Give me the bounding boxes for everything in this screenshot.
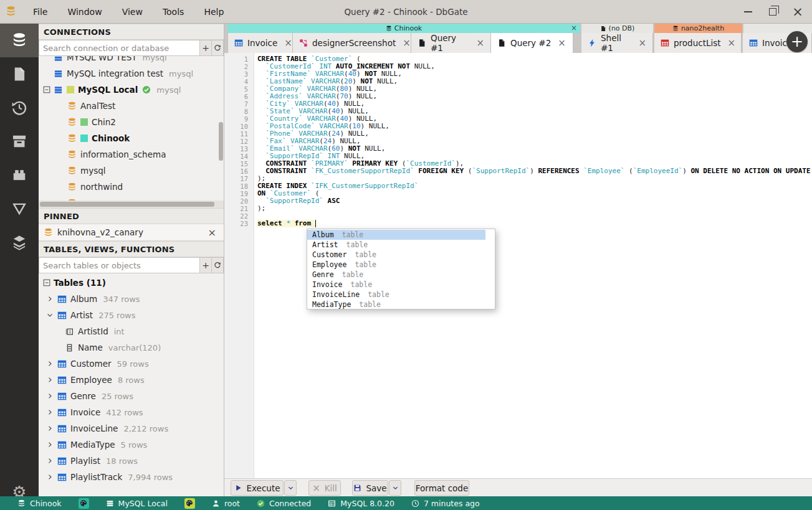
add-connection-button[interactable]: + [200,40,212,56]
color-chip [67,86,74,93]
connection-item-chin2[interactable]: Chin2 [39,114,224,130]
autocomplete-item-Employee[interactable]: Employeetable [307,260,485,270]
format-code-button[interactable]: Format code [414,480,469,496]
close-icon[interactable]: × [638,37,646,49]
connection-item-analtest[interactable]: AnalTest [39,98,224,114]
svg-text:1: 1 [69,329,71,334]
statusbar-7-minutes-ago[interactable]: 7 minutes ago [411,499,480,508]
chevron-right-icon [46,457,54,465]
tables-root[interactable]: Tables (11) [39,275,224,291]
designer-icon [299,39,308,47]
save-dropdown-button[interactable] [389,480,401,496]
execute-button[interactable]: Execute [231,480,284,496]
menu-window[interactable]: Window [60,4,109,19]
statusbar-theme-chip[interactable] [184,498,195,509]
rail-item-plugin[interactable] [0,158,39,192]
refresh-connections-button[interactable] [212,40,224,56]
rail-item-archive[interactable] [0,125,39,158]
autocomplete-item-Album[interactable]: Albumtable [307,230,485,240]
color-chip [80,135,88,142]
close-icon[interactable]: × [284,37,292,49]
add-object-button[interactable]: + [200,257,212,273]
execute-dropdown-button[interactable] [284,480,297,496]
connection-item-information-schema[interactable]: information_schema [39,146,224,163]
menu-help[interactable]: Help [196,4,231,19]
close-icon[interactable]: × [558,37,566,49]
chevron-down-icon [46,311,54,319]
statusbar-root[interactable]: root [212,499,240,508]
statusbar-connected[interactable]: Connected [257,499,311,508]
tab-shell-1[interactable]: Shell #1× [581,33,653,53]
connections-horizontal-scrollbar[interactable] [39,201,224,208]
tab-query-2[interactable]: Query #2× [491,33,573,53]
table-item-Album[interactable]: Album347 rows [39,291,224,307]
autocomplete-item-Invoice[interactable]: Invoicetable [307,280,485,290]
autocomplete-item-Genre[interactable]: Genretable [307,270,485,280]
table-item-Playlist[interactable]: Playlist18 rows [39,453,224,469]
column-item-ArtistId[interactable]: 1ArtistIdint [39,323,224,339]
autocomplete-item-MediaType[interactable]: MediaTypetable [307,300,485,309]
statusbar-mysql-8-0-20[interactable]: MySQL 8.0.20 [328,499,394,508]
rail-item-history[interactable] [0,91,39,125]
tab-productlist[interactable]: productList× [654,33,742,53]
minus-box-icon [42,278,51,287]
connection-item-mysql-local[interactable]: MySQL Localmysql [39,82,224,98]
refresh-icon [214,44,221,52]
close-icon[interactable]: × [476,37,484,49]
close-icon[interactable]: × [728,37,736,49]
statusbar-mysql-local[interactable]: MySQL Local [106,499,168,508]
table-item-Artist[interactable]: Artist275 rows [39,307,224,323]
rail-item-database[interactable] [0,24,39,57]
menu-file[interactable]: File [26,4,55,19]
kill-button[interactable]: × Kill [308,480,341,496]
rail-item-layers[interactable] [0,225,39,259]
database-icon [67,102,77,111]
table-item-Invoice[interactable]: Invoice412 rows [39,404,224,420]
close-icon: × [312,483,320,494]
plugin-icon [11,167,27,183]
pinned-item-knihovna_v2_canary[interactable]: knihovna_v2_canary× [39,224,224,241]
tab-invoice[interactable]: Invoice× [227,33,293,53]
autocomplete-item-Customer[interactable]: Customertable [307,250,485,260]
connections-vertical-scrollbar[interactable] [219,122,223,161]
minimize-button[interactable] [740,4,756,20]
autocomplete-item-Artist[interactable]: Artisttable [307,240,485,250]
refresh-objects-button[interactable] [212,257,224,273]
table-item-Genre[interactable]: Genre25 rows [39,388,224,404]
table-item-MediaType[interactable]: MediaType5 rows [39,437,224,453]
maximize-button[interactable] [765,4,781,20]
refresh-icon [214,262,221,269]
connection-search-input[interactable] [39,40,200,56]
database-icon [67,134,77,143]
table-item-Employee[interactable]: Employee8 rows [39,372,224,388]
table-item-Customer[interactable]: Customer59 rows [39,356,224,372]
connection-item-mysql[interactable]: mysql [39,163,224,179]
sql-editor[interactable]: 1234567891011121314151617181920212223 CR… [224,53,812,478]
close-icon[interactable]: × [571,24,577,32]
table-item-InvoiceLine[interactable]: InvoiceLine2,212 rows [39,420,224,437]
statusbar-theme-chip[interactable] [79,498,89,509]
connection-item-northwind[interactable]: northwind [39,179,224,195]
menu-view[interactable]: View [115,4,150,19]
close-icon[interactable]: × [403,37,411,49]
objects-search-input[interactable] [39,257,200,273]
connection-item-mysql-integration-test[interactable]: MySQL integration testmysql [39,65,224,82]
editor-code: CREATE TABLE `Customer` ( `CustomerId` I… [257,55,812,227]
new-tab-button[interactable]: + [786,31,808,52]
tab-group-nano2health: nano2health [654,24,742,33]
statusbar-chinook[interactable]: Chinook [17,499,62,508]
connections-search-row: + [39,40,224,56]
close-icon[interactable]: × [206,227,219,238]
connection-item-mysql-wd-test[interactable]: MYSQL WD TESTmysql [39,56,224,65]
close-button[interactable]: × [790,4,806,20]
rail-item-file[interactable] [0,57,39,91]
column-item-Name[interactable]: Namevarchar(120) [39,339,224,356]
tab-designerscreenshot[interactable]: designerScreenshot× [293,33,411,53]
autocomplete-item-InvoiceLine[interactable]: InvoiceLinetable [307,290,485,300]
table-item-PlaylistTrack[interactable]: PlaylistTrack7,994 rows [39,469,224,485]
connection-item-chinook[interactable]: Chinook [39,130,224,146]
tab-query-1[interactable]: Query #1× [411,33,491,53]
menu-tools[interactable]: Tools [155,4,192,19]
save-button[interactable]: Save [352,480,388,496]
rail-item-funnel[interactable] [0,192,39,225]
